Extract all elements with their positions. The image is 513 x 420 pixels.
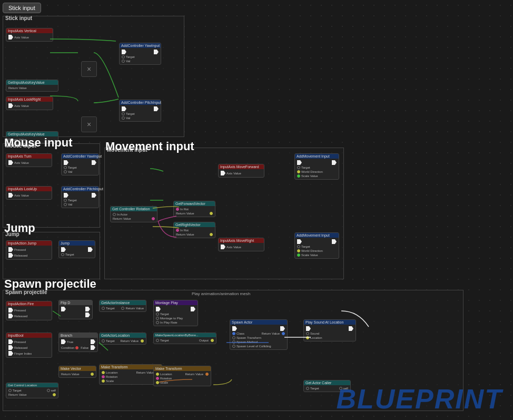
montage-play[interactable]: Montage Play Target Montage to Play In P…	[153, 300, 198, 326]
input-axis-moveright[interactable]: InputAxis MoveRight Axis Value	[218, 238, 264, 251]
make-transform-node[interactable]: Make Transform LocationReturn Value Rota…	[99, 364, 162, 385]
node-header: InputAxis Vertical	[6, 28, 53, 33]
branch-node[interactable]: Branch True ConditionFalse	[58, 333, 98, 352]
input-action-vertical-node[interactable]: InputAxis Vertical Axis Value	[6, 28, 53, 42]
get-controller-rotation[interactable]: Get Controller Rotation In Actor Return …	[110, 206, 157, 222]
input-axis-lookright[interactable]: InputAxis LookRight Axis Value	[6, 96, 53, 110]
add-movement-input-bottom[interactable]: AddMovement Input Target World Direction…	[294, 232, 339, 259]
get-right-vector[interactable]: GetRightVector In Rot Return Value	[173, 222, 215, 238]
make-spawn-location[interactable]: MakeSpawnLocationByBone... TargetOutput	[153, 333, 216, 344]
blueprint-watermark: BLUEPRINT	[336, 383, 502, 415]
make-transform-second[interactable]: Make Transform LocationReturn Value Rota…	[153, 366, 211, 386]
get-actor-location[interactable]: GetActorLocation TargetReturn Value	[99, 333, 146, 345]
flip-flop-node[interactable]: Flip D	[58, 300, 93, 319]
jump-node[interactable]: Jump Target	[58, 240, 95, 258]
play-animation-label: Play animation/animation mesh	[192, 291, 250, 296]
stick-input-tab[interactable]: Stick input	[3, 3, 41, 13]
play-sound-at-location[interactable]: Play Sound At Location Sound Location	[303, 319, 356, 341]
add-controller-pitch[interactable]: AddController PitchInput Target Val	[119, 100, 161, 122]
add-controller-yaw-top[interactable]: AddController YawInput Target Val	[119, 43, 161, 65]
get-actor-instance[interactable]: GetActorInstance TargetReturn Value	[99, 300, 146, 312]
input-axis-lookup[interactable]: InputAxis LookUp Axis Value	[6, 186, 52, 200]
get-control-location[interactable]: Get Control Location Targetself Return V…	[6, 383, 58, 398]
jump-group: Jump InputAction Jump Pressed Released J…	[3, 232, 100, 279]
spawn-actor-node[interactable]: Spawn Actor ClassReturn Value Spawn Tran…	[230, 319, 288, 350]
jump-label: Jump	[4, 221, 35, 235]
input-action-jump[interactable]: InputAction Jump Pressed Released	[6, 240, 52, 260]
mouse-input-group: Mouse input InputAxis Turn Axis Value Ad…	[3, 143, 100, 228]
add-controller-pitch-mouse[interactable]: AddController PitchInput Target Val	[61, 186, 99, 208]
stick-group-title: Stick input	[5, 15, 32, 21]
movement-input-label: Movement input	[105, 140, 194, 153]
spawn-projectile-label: Spawn projectile	[4, 277, 96, 291]
input-action-fire[interactable]: InputAction Fire Pressed Released	[6, 301, 52, 320]
negate-node-2[interactable]: ×	[81, 116, 97, 132]
make-vector-node[interactable]: Make Vector Return Value	[58, 366, 96, 378]
mouse-input-label: Mouse input	[4, 136, 73, 150]
get-input-axis-key-top[interactable]: GetInputAxisKeyValue Return Value	[6, 80, 58, 92]
input-bool-fire[interactable]: InputBool Pressed Released Finger Index	[6, 333, 52, 358]
add-controller-yaw-mouse[interactable]: AddController YawInput Target Val	[61, 153, 99, 175]
stick-input-group: Stick input InputAxis Vertical Axis Valu…	[3, 16, 184, 137]
movement-input-group: Movement input InputAxis MoveForward Axi…	[104, 148, 344, 279]
input-axis-moveforward[interactable]: InputAxis MoveForward Axis Value	[218, 164, 264, 178]
add-movement-input-top[interactable]: AddMovement Input Target World Direction…	[294, 153, 339, 180]
negate-node-1[interactable]: ×	[81, 61, 97, 77]
input-axis-turn[interactable]: InputAxis Turn Axis Value	[6, 153, 52, 167]
tab-label: Stick input	[8, 5, 35, 11]
get-forward-vector[interactable]: GetForwardVector In Rot Return Value	[173, 201, 215, 217]
